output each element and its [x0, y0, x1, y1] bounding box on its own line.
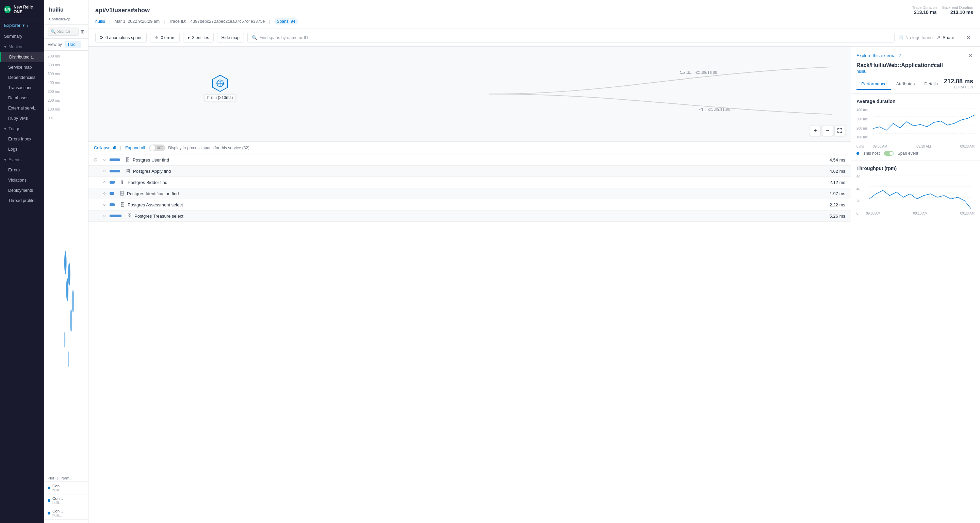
tab-performance[interactable]: Performance: [856, 79, 891, 90]
list-item[interactable]: Con... huili...: [44, 507, 88, 520]
tab-attributes[interactable]: Attributes: [891, 79, 920, 90]
span-duration: 2.22 ms: [821, 202, 845, 208]
sidebar-item-label: Errors: [8, 168, 20, 173]
search-spans-input[interactable]: 🔍 Find spans by name or ID: [247, 33, 894, 43]
x-axis-labels: 09:00 AM 09:10 AM 09:20 AM: [873, 144, 975, 148]
hide-map-btn[interactable]: Hide map: [217, 33, 244, 43]
zoom-controls: + −: [810, 125, 845, 136]
y-axis-labels: 400 ms 300 ms 200 ms 100 ms 0 ms: [856, 108, 870, 148]
share-btn[interactable]: ↗ Share: [937, 35, 955, 40]
trace-dot: [48, 512, 50, 515]
search-input[interactable]: 🔍 Search: [48, 27, 79, 36]
chevron-icon: ▾: [22, 23, 25, 28]
spans-badge[interactable]: Spans: 94: [274, 18, 298, 24]
no-logs-indicator: 📄 No logs found: [898, 32, 933, 43]
no-logs-label: No logs found: [905, 35, 933, 40]
svg-point-5: [64, 332, 65, 347]
modal-title: api/v1/users#show: [95, 7, 150, 14]
chevron-down-icon: ▾: [188, 35, 190, 40]
modal-title-row: api/v1/users#show Trace Duration 213.10 …: [95, 5, 973, 24]
span-name: Postgres Apply find: [133, 169, 819, 174]
sidebar-item-errors-inbox[interactable]: Errors Inbox: [0, 134, 44, 144]
svg-point-4: [72, 290, 74, 313]
sidebar-item-deployments[interactable]: Deployments: [0, 185, 44, 195]
span-bar: [110, 158, 120, 161]
meta-trace-id-label: Trace ID:: [169, 19, 186, 24]
svg-point-3: [70, 309, 73, 332]
breadcrumb-separator: /: [27, 23, 28, 28]
svg-point-2: [68, 263, 70, 286]
zoom-expand-btn[interactable]: [834, 125, 845, 136]
sidebar-monitor-group[interactable]: ▾ Monitor: [0, 41, 44, 52]
sidebar-item-summary[interactable]: Summary: [0, 31, 44, 41]
filter-icon[interactable]: ⊞: [81, 29, 85, 34]
entities-btn[interactable]: ▾ 3 entities: [183, 33, 213, 43]
trace-tab[interactable]: Trac...: [65, 41, 82, 48]
table-row[interactable]: 🗄 Postgres Treasure select 5.26 ms: [89, 211, 851, 222]
map-more-indicator[interactable]: ...: [467, 133, 472, 139]
secondary-toolbar: 🔍 Search ⊞: [44, 25, 88, 39]
sidebar-triage-group[interactable]: ▾ Triage: [0, 124, 44, 134]
sidebar-item-violations[interactable]: Violations: [0, 175, 44, 185]
sidebar-item-logs[interactable]: Logs: [0, 144, 44, 154]
table-row[interactable]: 🗄 Postgres User find 4.54 ms: [89, 154, 851, 166]
sidebar-item-databases[interactable]: Databases: [0, 93, 44, 103]
span-bar: [110, 181, 115, 184]
span-name: Postgres Assessment select: [127, 202, 819, 208]
throughput-chart: 60 40 20 0: [856, 175, 975, 215]
service-map-area: 51 calls 4 calls: [89, 47, 851, 142]
spans-count: 94: [291, 19, 295, 24]
zoom-out-btn[interactable]: −: [822, 125, 833, 136]
db-icon: 🗄: [120, 179, 125, 185]
span-name: Postgres Bidder find: [127, 180, 819, 185]
view-by-label: View by: [48, 42, 62, 47]
modal-left: 51 calls 4 calls: [89, 47, 851, 523]
map-node[interactable]: huiliu (213ms): [204, 74, 236, 101]
list-item[interactable]: Con... huili...: [44, 482, 88, 494]
table-row[interactable]: 🗄 Postgres Apply find 4.62 ms: [89, 166, 851, 177]
table-row[interactable]: 🗄 Postgres Identification find 1.97 ms: [89, 188, 851, 199]
span-bar: [110, 170, 120, 173]
expand-all-link[interactable]: Expand all: [125, 146, 145, 150]
meta-service-link[interactable]: huiliu: [95, 19, 105, 24]
sidebar-item-ruby-vms[interactable]: Ruby VMs: [0, 113, 44, 124]
collapse-all-link[interactable]: Collapse all: [94, 146, 116, 150]
sidebar-item-dependencies[interactable]: Dependencies: [0, 73, 44, 82]
anomalous-spans-btn[interactable]: ⟳ 0 anomalous spans: [95, 33, 147, 43]
tab-details[interactable]: Details: [920, 79, 943, 90]
spans-controls: Collapse all | Expand all OFF Display in…: [89, 142, 851, 154]
duration-badge: 212.88 ms: [944, 78, 973, 85]
close-modal-btn[interactable]: ✕: [964, 33, 973, 43]
rp-service-link[interactable]: huiliu: [856, 69, 975, 74]
throughput-title: Throughput (rpm): [856, 166, 975, 171]
sidebar-item-external-services[interactable]: External servi...: [0, 103, 44, 113]
list-item[interactable]: Con... huili...: [44, 494, 88, 507]
span-bar: [110, 192, 114, 195]
errors-btn[interactable]: ⚠ 0 errors: [150, 33, 180, 43]
sidebar-item-label: Databases: [8, 95, 29, 100]
span-circle: [103, 215, 105, 217]
sidebar-item-service-map[interactable]: Service map: [0, 62, 44, 73]
trace-dot: [48, 487, 50, 489]
sort-icon[interactable]: ↕: [57, 476, 59, 480]
share-icon: ↗: [937, 35, 940, 40]
sidebar-item-label: Thread profile: [8, 198, 34, 203]
sidebar-item-transactions[interactable]: Transactions: [0, 82, 44, 93]
table-row[interactable]: 🗄 Postgres Assessment select 2.22 ms: [89, 199, 851, 211]
explore-external-link[interactable]: Explore this external ↗: [856, 53, 902, 58]
node-label: huiliu (213ms): [204, 94, 236, 101]
meta-date: Mar 1, 2022 9:26:29 am: [115, 19, 159, 24]
close-right-panel-btn[interactable]: ✕: [966, 51, 975, 60]
sidebar-item-errors[interactable]: Errors: [0, 165, 44, 175]
avg-duration-section: Average duration 400 ms 300 ms 200 ms 10…: [851, 94, 980, 161]
in-process-toggle[interactable]: OFF: [149, 144, 165, 151]
explorer-nav[interactable]: Explorer ▾ /: [0, 19, 44, 31]
span-event-toggle[interactable]: [884, 151, 894, 156]
zoom-in-btn[interactable]: +: [810, 125, 821, 136]
sidebar-events-group[interactable]: ▾ Events: [0, 154, 44, 165]
table-row[interactable]: 🗄 Postgres Bidder find 2.12 ms: [89, 177, 851, 188]
sidebar-item-distributed[interactable]: Distributed t...: [0, 52, 44, 62]
in-process-toggle-row: OFF Display in-process spans for this se…: [149, 144, 250, 151]
sidebar-item-thread-profile[interactable]: Thread profile: [0, 195, 44, 206]
svg-point-1: [66, 278, 68, 301]
